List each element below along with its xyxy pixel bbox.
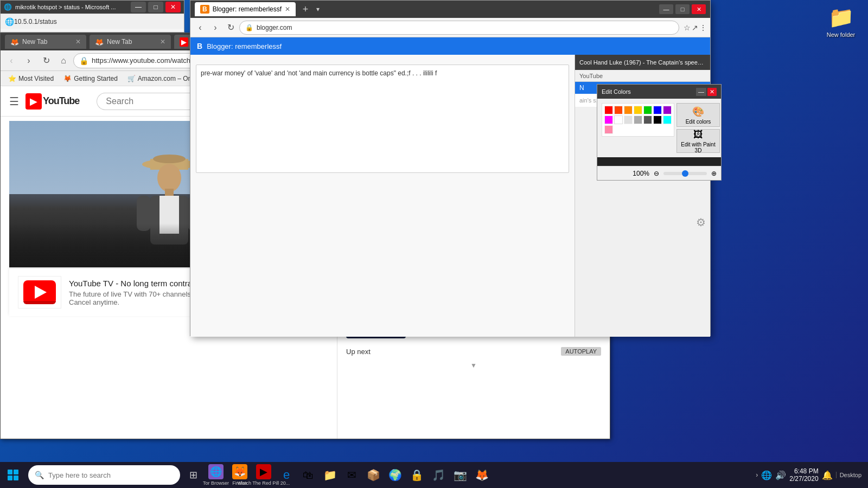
mikrotik-close[interactable]: ✕: [165, 2, 181, 12]
show-desktop-label[interactable]: Desktop: [836, 472, 861, 478]
tab-close-2[interactable]: ✕: [160, 38, 165, 46]
color-swatch-yellow[interactable]: [634, 106, 642, 114]
edit-colors-panel: Edit Colors — ✕: [597, 84, 722, 181]
forward-button[interactable]: ›: [21, 53, 36, 68]
second-address-bar[interactable]: 🔒 blogger.com: [239, 21, 679, 35]
second-text-content: pre-war money' of 'value' and 'not 'and …: [201, 69, 437, 77]
zoom-out-icon[interactable]: ⊖: [654, 170, 659, 177]
taskbar-tripadvisor[interactable]: 🌍: [384, 463, 406, 487]
edit-paint3d-button[interactable]: 🖼 Edit with Paint 3D: [676, 129, 720, 153]
yt-logo-play: ▶: [25, 93, 42, 110]
color-swatch-red[interactable]: [604, 106, 613, 114]
taskbar-amazon[interactable]: 📦: [362, 463, 384, 487]
second-tab-close[interactable]: ✕: [285, 5, 290, 13]
taskbar-mail[interactable]: ✉: [341, 463, 362, 487]
zoom-slider[interactable]: [663, 172, 707, 175]
panel-video-source: YouTube: [575, 70, 710, 82]
taskbar-search-icon: 🔍: [35, 471, 44, 479]
second-share-icon[interactable]: ↗: [692, 23, 698, 32]
notification-center-icon[interactable]: 🔔: [822, 470, 833, 480]
svg-rect-4: [165, 189, 174, 197]
color-swatch-blue[interactable]: [653, 106, 662, 114]
second-forward[interactable]: ›: [209, 21, 222, 34]
taskbar-vpn[interactable]: 🔒: [406, 463, 427, 487]
colors-minimize[interactable]: —: [696, 88, 706, 96]
bookmark-getting-started[interactable]: 🦊 Getting Started: [60, 74, 121, 84]
mikrotik-window: 🌐 mikrotik hotspot > status - Microsoft …: [0, 0, 184, 33]
red-pill-icon: ▶: [256, 464, 271, 479]
scroll-more: ▼: [346, 360, 601, 371]
taskbar-camera[interactable]: 📷: [449, 463, 471, 487]
second-star-icon[interactable]: ☆: [684, 23, 691, 32]
colors-close[interactable]: ✕: [707, 88, 717, 96]
tab-new-tab-2[interactable]: 🦊 New Tab ✕: [90, 35, 171, 49]
taskbar-explorer[interactable]: 📁: [319, 463, 341, 487]
firefox-icon: 🦊: [232, 464, 247, 479]
second-lock-icon: 🔒: [245, 24, 253, 31]
edit-colors-button[interactable]: 🎨 Edit colors: [676, 103, 720, 127]
second-tab-dropdown[interactable]: ▾: [316, 5, 320, 13]
bookmark-most-visited[interactable]: ⭐ Most Visited: [5, 74, 57, 84]
taskbar-media-player[interactable]: 🎵: [427, 463, 449, 487]
camera-taskbar-icon: 📷: [454, 468, 467, 481]
tab-new-tab-1[interactable]: 🦊 New Tab ✕: [5, 35, 86, 49]
second-maximize[interactable]: □: [675, 4, 690, 14]
taskbar-clock[interactable]: 6:48 PM 2/27/2020: [789, 467, 818, 483]
color-swatch-light-gray[interactable]: [624, 115, 633, 124]
color-swatch-pink[interactable]: [604, 125, 613, 134]
color-swatch-orange[interactable]: [624, 106, 633, 114]
taskbar-red-pill[interactable]: ▶ Watch The Red Pill 20...: [252, 463, 276, 487]
second-close[interactable]: ✕: [692, 4, 706, 14]
home-button[interactable]: ⌂: [56, 53, 71, 68]
color-swatch-dark-gray[interactable]: [643, 115, 652, 124]
second-tab-blogger[interactable]: B Blogger: rememberlessf ✕: [195, 2, 296, 16]
zoom-in-icon[interactable]: ⊕: [711, 170, 717, 177]
color-swatch-black[interactable]: [653, 115, 662, 124]
second-minimize[interactable]: —: [659, 4, 673, 14]
tab-close-1[interactable]: ✕: [75, 38, 81, 46]
color-swatches-area: [602, 103, 674, 153]
mikrotik-maximize[interactable]: □: [148, 2, 163, 12]
colors-panel-content: 🎨 Edit colors 🖼 Edit with Paint 3D: [597, 99, 721, 157]
taskbar-search-input[interactable]: [48, 471, 174, 479]
taskbar-browser2[interactable]: 🦊: [471, 463, 493, 487]
popup-logo-inner: [23, 280, 56, 304]
scroll-down-icon: ▼: [470, 362, 477, 369]
color-swatch-orange-red[interactable]: [614, 106, 623, 114]
color-swatch-cyan[interactable]: [663, 115, 672, 124]
color-swatch-green[interactable]: [643, 106, 652, 114]
autoplay-badge[interactable]: AUTOPLAY: [561, 347, 601, 356]
second-url: blogger.com: [257, 24, 292, 31]
color-swatch-white[interactable]: [614, 115, 623, 124]
back-button[interactable]: ‹: [4, 53, 19, 68]
task-view-button[interactable]: ⊞: [182, 463, 204, 487]
yt-logo[interactable]: ▶ YouTube: [25, 93, 79, 110]
mikrotik-minimize[interactable]: —: [131, 2, 146, 12]
start-button[interactable]: [0, 462, 26, 488]
second-browser-toolbar: ‹ › ↻ 🔒 blogger.com ☆ ↗ ⋮: [190, 18, 710, 37]
settings-gear-icon[interactable]: ⚙: [696, 216, 706, 229]
second-back[interactable]: ‹: [194, 21, 207, 34]
color-swatch-magenta[interactable]: [604, 115, 613, 124]
mikrotik-title-bar: 🌐 mikrotik hotspot > status - Microsoft …: [1, 1, 184, 14]
second-refresh[interactable]: ↻: [224, 21, 237, 34]
zoom-level: 100%: [633, 170, 649, 177]
taskbar-search-bar[interactable]: 🔍: [28, 465, 180, 485]
color-swatch-purple[interactable]: [663, 106, 672, 114]
second-text-area[interactable]: pre-war money' of 'value' and 'not 'and …: [196, 65, 569, 173]
taskbar: 🔍 ⊞ 🌐 Tor Browser 🦊 Firefox ▶ Watch The …: [0, 462, 868, 488]
show-hidden-icons[interactable]: ›: [756, 471, 758, 479]
yt-menu-icon[interactable]: ☰: [9, 95, 19, 108]
refresh-button[interactable]: ↻: [39, 53, 54, 68]
second-menu-icon[interactable]: ⋮: [699, 23, 707, 32]
tab-label-2: New Tab: [107, 38, 132, 46]
taskbar-store[interactable]: 🛍: [297, 463, 319, 487]
second-browser-content: B Blogger: rememberlessf pre-war money' …: [190, 37, 710, 337]
desktop-new-folder[interactable]: 📁 New folder: [819, 5, 863, 38]
taskbar-edge[interactable]: e: [276, 463, 297, 487]
color-swatch-mid-gray[interactable]: [634, 115, 642, 124]
taskbar-tor-browser[interactable]: 🌐 Tor Browser: [204, 463, 228, 487]
paint3d-label: Edit with Paint 3D: [677, 142, 719, 153]
second-new-tab-button[interactable]: +: [298, 2, 313, 16]
folder-label: New folder: [827, 31, 856, 38]
